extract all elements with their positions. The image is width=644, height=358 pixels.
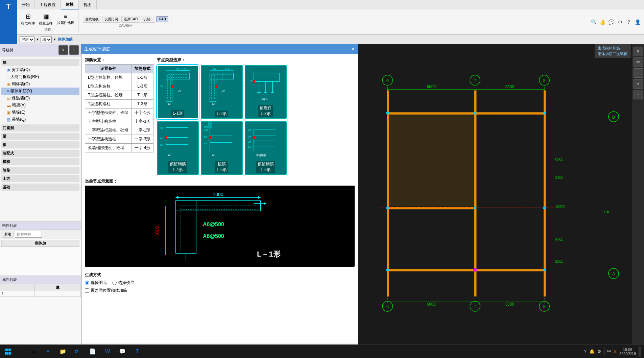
cad-tool-5[interactable]: ≡ — [634, 90, 643, 99]
member-toolbar: 新建 — [0, 230, 81, 239]
windows-start-btn[interactable] — [3, 346, 14, 357]
radio-select-element[interactable]: 选择图元 — [85, 280, 107, 286]
batch-select-btn[interactable]: ▦ 批量选择 — [38, 12, 54, 27]
tree-item-masonry-reinf[interactable]: ≡ 砌体加筋(Y) — [1, 88, 79, 95]
table-row: T型连框架柱、砼墙T-1形 — [85, 91, 153, 100]
notification-icon[interactable]: 🔔 — [599, 18, 606, 26]
tree-section-earthwork[interactable]: 土方 — [1, 175, 79, 182]
tree-section-stair[interactable]: 楼梯 — [1, 158, 79, 165]
cad-tool-4[interactable]: ↺ — [634, 79, 643, 89]
search-member-input[interactable] — [15, 231, 42, 238]
svg-text:Ls2: Ls2 — [182, 68, 186, 70]
chat-icon[interactable]: 💬 — [607, 18, 615, 26]
app-logo[interactable]: T — [0, 0, 17, 44]
tree-item-hidden-beam[interactable]: ▬ 暗梁(A) — [1, 102, 79, 109]
radio-select-floor-input[interactable] — [112, 281, 117, 285]
search-taskbar-btn[interactable]: ○ — [16, 346, 26, 357]
svg-point-23 — [215, 85, 217, 88]
search-icon[interactable]: 🔍 — [590, 18, 597, 26]
tree-item-insulation-wall[interactable]: ▤ 保温墙(Q) — [1, 95, 79, 102]
tree-section-door-window[interactable]: 门窗洞 — [1, 124, 79, 132]
show-desktop-btn[interactable] — [639, 347, 641, 357]
tab-project-settings[interactable]: 工程设置 — [35, 0, 61, 9]
cad-tool-1[interactable]: ⊞ — [634, 47, 643, 56]
taskbar-help-icon[interactable]: ? — [584, 349, 587, 354]
taskbar-app-main[interactable]: T — [130, 346, 144, 357]
help-icon[interactable]: ? — [625, 18, 633, 26]
attr-select-btn[interactable]: ≡ 按属性选择 — [55, 12, 76, 26]
taskbar-settings-gear[interactable]: ⚙ — [597, 349, 601, 354]
tree-item-civil-defense-wall[interactable]: □ 人防门框墙(RF) — [1, 73, 79, 80]
svg-text:B: B — [612, 115, 615, 120]
gen-masonry-reinf-btn[interactable]: 生成砌体加筋 — [598, 46, 627, 51]
svg-text:L－1形: L－1形 — [257, 250, 281, 258]
node-card-l6[interactable]: Ls2 S2 3# 2# b1 — [245, 121, 287, 175]
taskbar-app-store[interactable]: 🛍 — [71, 346, 85, 357]
row-condition: L型连框架柱、砼墙 — [85, 73, 132, 82]
taskview-btn[interactable]: ▭ — [28, 346, 39, 357]
tree-section-prefab[interactable]: 装配式 — [1, 150, 79, 157]
cad-tool-2[interactable]: 3D — [634, 57, 643, 67]
list-view-btn[interactable]: ≡ — [58, 45, 68, 55]
generation-radio-group: 选择图元 选择楼层 — [85, 280, 355, 286]
cover-checkbox-input[interactable] — [85, 288, 89, 293]
dialog-close-btn[interactable]: ✕ — [351, 46, 355, 52]
cad-tool-3[interactable]: □ — [634, 68, 643, 78]
tree-section-stair-label: 楼梯 — [3, 160, 10, 164]
tree-item-curtain-wall[interactable]: ▦ 幕墙(Q) — [1, 116, 79, 123]
ime-s-indicator[interactable]: S — [614, 349, 617, 354]
taskbar-separator — [604, 348, 604, 355]
tree-section-foundation[interactable]: 基础 — [1, 184, 79, 191]
radio-select-element-input[interactable] — [85, 281, 89, 285]
tree-section-beam[interactable]: 梁 — [1, 133, 79, 140]
identify-btn[interactable]: 识别... — [141, 16, 155, 23]
tree-section-wall[interactable]: 墙 — [1, 59, 79, 66]
cad-btn[interactable]: CAD — [156, 16, 168, 22]
tree-item-masonry-wall[interactable]: ▣ 砌体墙(Q) — [1, 80, 79, 88]
tree-item-masonry-reinf-label: 砌体加筋(Y) — [10, 88, 32, 94]
node-card-l4[interactable]: 2# Ls2 S2 b1 b1 — [157, 121, 199, 175]
taskbar-app-foxit[interactable]: 📄 — [86, 346, 99, 357]
restore-cad-btn[interactable]: 还原CAD — [121, 16, 140, 23]
tree-view-btn[interactable]: ⊞ — [69, 45, 79, 55]
svg-text:8: 8 — [543, 304, 546, 309]
tree-item-wall-pier[interactable]: ▣ 墙垛(E) — [1, 109, 79, 116]
node-card-l2[interactable]: b1 Ls2 — [201, 65, 243, 119]
set-scale-btn[interactable]: 设置比例 — [102, 16, 120, 23]
cad-canvas[interactable]: 6 7 8 6 7 8 B A 1/A — [358, 44, 644, 350]
pick-component-btn[interactable]: ⊞ 拾取构件 — [20, 12, 37, 27]
taskbar-apps: e 📁 🛍 📄 W 💬 T — [41, 346, 582, 357]
floor-select[interactable]: 层层 — [20, 36, 34, 43]
main-content: 导航树 ≡ ⊞ 墙 ▣ 剪力墙(Q) □ 人防门框墙(RF) — [0, 44, 644, 358]
col-form: 加筋形式 — [132, 65, 153, 73]
ime-indicator[interactable]: 中 — [607, 349, 611, 354]
reinf-secondary-edit-btn[interactable]: 砌体加筋二次编辑 — [598, 51, 627, 56]
node-card-l5[interactable]: 2# Ls2 植筋 保度 b1 b1 — [201, 121, 243, 175]
taskbar-app-word[interactable]: W — [101, 346, 114, 357]
node-card-l3[interactable]: Ls2 b1 — [245, 65, 287, 119]
settings-icon[interactable]: ⚙ — [616, 18, 624, 26]
taskbar-notifications-icon[interactable]: 🔔 — [589, 349, 595, 354]
find-replace-btn[interactable]: 查找替换 — [83, 16, 101, 23]
svg-text:6000: 6000 — [427, 85, 436, 89]
tab-modeling[interactable]: 建模 — [61, 0, 79, 9]
cover-checkbox[interactable]: 覆盖同位置砌体加筋 — [85, 288, 355, 293]
taskbar-app-wechat[interactable]: 💬 — [116, 346, 129, 357]
tab-start[interactable]: 开始 — [17, 0, 35, 9]
tree-section-beam-label: 梁 — [3, 134, 6, 138]
tree-section-foundation-label: 基础 — [3, 185, 10, 189]
svg-text:b1: b1 — [248, 146, 251, 148]
user-icon[interactable]: 👤 — [634, 18, 641, 26]
radio-select-floor[interactable]: 选择楼层 — [112, 280, 134, 286]
dialog-body: 加筋设置： 设置条件 加筋形式 L型连框架柱、砼墙L-1形 L型连构造柱L-3形… — [81, 54, 358, 343]
tab-view[interactable]: 视图 — [79, 0, 97, 9]
tree-item-shear-wall[interactable]: ▣ 剪力墙(Q) — [1, 66, 79, 73]
windows-icon — [5, 349, 11, 355]
tree-section-decoration[interactable]: 装修 — [1, 167, 79, 174]
node-card-l1[interactable]: b1 Ls2 — [157, 65, 199, 119]
tree-section-slab[interactable]: 板 — [1, 141, 79, 148]
taskbar-app-files[interactable]: 📁 — [56, 346, 70, 357]
taskbar-app-edge[interactable]: e — [41, 346, 55, 357]
wall-select[interactable]: 墙 — [41, 36, 52, 43]
new-member-btn[interactable]: 新建 — [2, 231, 14, 238]
